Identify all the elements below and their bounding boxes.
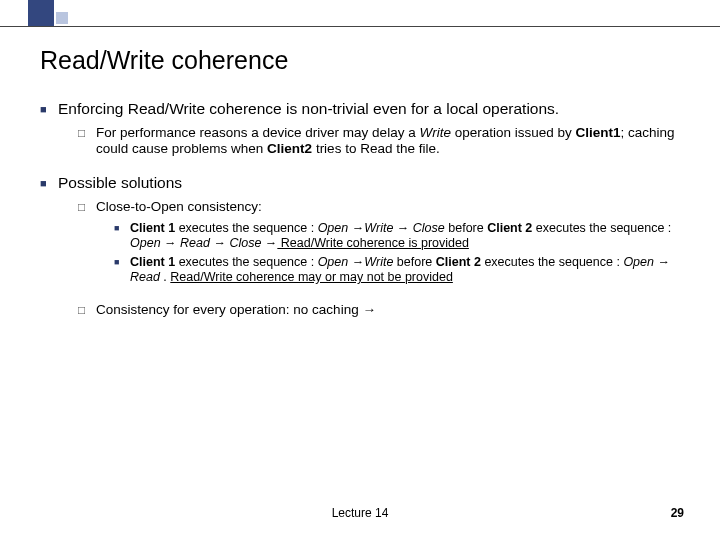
text-italic: Write: [419, 125, 451, 140]
text-bold: Client 2: [487, 221, 532, 235]
text-bold: Client 1: [130, 221, 175, 235]
text-italic: Open: [130, 236, 161, 250]
text-italic: Open: [318, 221, 352, 235]
page-number: 29: [671, 506, 684, 520]
arrow-icon: →: [352, 255, 365, 269]
text-fragment: tries to Read the file.: [312, 141, 440, 156]
slide: Read/Write coherence ■ Enforcing Read/Wr…: [0, 0, 720, 540]
header-decoration: [0, 0, 720, 28]
text-italic: Open: [318, 255, 352, 269]
hollow-square-bullet-icon: □: [78, 302, 96, 318]
footer-center: Lecture 14: [0, 506, 720, 520]
text-italic: Close: [229, 236, 261, 250]
text-italic: Close: [413, 221, 445, 235]
text-italic: Read: [130, 270, 160, 284]
point-1a: For performance reasons a device driver …: [96, 125, 690, 158]
arrow-icon: →: [265, 236, 278, 250]
text-fragment: For performance reasons a device driver …: [96, 125, 419, 140]
square-bullet-icon: ■: [40, 100, 58, 119]
text-italic: Read: [180, 236, 210, 250]
text-italic: Write: [364, 221, 393, 235]
square-bullet-icon: ■: [114, 255, 130, 286]
arrow-icon: →: [362, 302, 376, 317]
text-bold: Client1: [576, 125, 621, 140]
text-bold: Client2: [267, 141, 312, 156]
hollow-square-bullet-icon: □: [78, 199, 96, 215]
arrow-icon: →: [161, 236, 180, 250]
square-bullet-icon: ■: [40, 174, 58, 193]
text-italic: Open: [623, 255, 654, 269]
accent-square-small: [56, 12, 68, 24]
bullet-level2: □ For performance reasons a device drive…: [78, 125, 690, 158]
bullet-level1: ■ Enforcing Read/Write coherence is non-…: [40, 100, 690, 119]
point-2: Possible solutions: [58, 174, 182, 193]
text-fragment: before: [393, 255, 435, 269]
text-underline: Read/Write coherence may or may not be p…: [170, 270, 453, 284]
bullet-level1: ■ Possible solutions: [40, 174, 690, 193]
slide-title: Read/Write coherence: [40, 46, 288, 75]
bullet-level2: □ Close-to-Open consistency:: [78, 199, 690, 215]
arrow-icon: →: [654, 255, 670, 269]
text-fragment: operation issued by: [451, 125, 576, 140]
bullet-level3: ■ Client 1 executes the sequence : Open …: [114, 255, 690, 286]
point-2a1: Client 1 executes the sequence : Open →W…: [130, 221, 690, 252]
text-fragment: before: [445, 221, 487, 235]
bullet-level3: ■ Client 1 executes the sequence : Open …: [114, 221, 690, 252]
bullet-level2: □ Consistency for every operation: no ca…: [78, 302, 690, 318]
text-italic: Write: [364, 255, 393, 269]
text-underline: Read/Write coherence is provided: [277, 236, 469, 250]
text-bold: Client 2: [436, 255, 481, 269]
arrow-icon: →: [352, 221, 365, 235]
text-fragment: executes the sequence :: [175, 221, 317, 235]
point-1: Enforcing Read/Write coherence is non-tr…: [58, 100, 559, 119]
hollow-square-bullet-icon: □: [78, 125, 96, 158]
text-fragment: executes the sequence :: [481, 255, 623, 269]
accent-square-large: [28, 0, 54, 26]
text-bold: Client 1: [130, 255, 175, 269]
point-2b: Consistency for every operation: no cach…: [96, 302, 376, 318]
square-bullet-icon: ■: [114, 221, 130, 252]
text-fragment: executes the sequence :: [175, 255, 317, 269]
point-2a2: Client 1 executes the sequence : Open →W…: [130, 255, 690, 286]
text-fragment: Consistency for every operation: no cach…: [96, 302, 362, 317]
header-rule: [0, 26, 720, 27]
arrow-icon: →: [210, 236, 229, 250]
text-fragment: .: [160, 270, 170, 284]
slide-body: ■ Enforcing Read/Write coherence is non-…: [40, 100, 690, 325]
text-fragment: executes the sequence :: [532, 221, 671, 235]
point-2a: Close-to-Open consistency:: [96, 199, 262, 215]
arrow-icon: →: [393, 221, 412, 235]
